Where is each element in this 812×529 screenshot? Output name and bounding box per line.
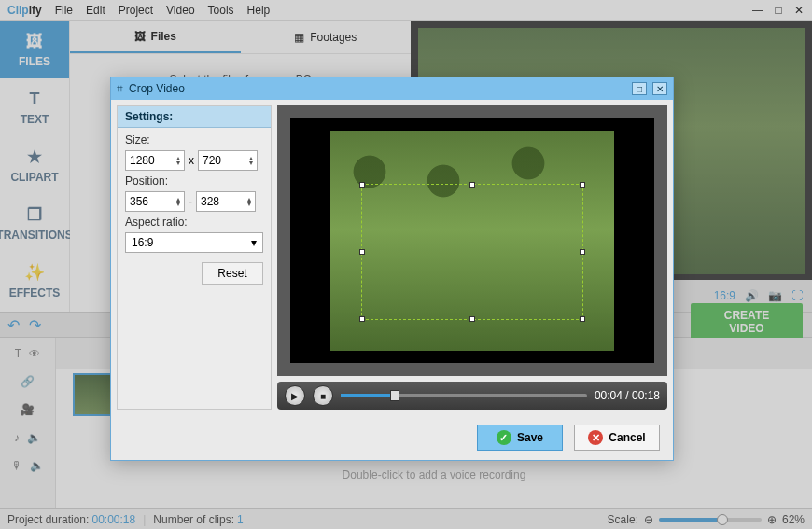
crop-handle-n[interactable]: [469, 182, 475, 188]
time-sep: /: [623, 389, 632, 402]
cancel-label: Cancel: [609, 431, 645, 444]
stop-button[interactable]: ■: [313, 385, 333, 406]
dialog-title: Crop Video: [129, 82, 185, 95]
time-readout: 00:04 / 00:18: [595, 389, 660, 402]
size-width-input[interactable]: 1280▴▾: [125, 150, 185, 171]
crop-preview-column: ▶ ■ 00:04 / 00:18: [277, 105, 667, 410]
dialog-footer: ✓Save ✕Cancel: [111, 415, 673, 460]
settings-header: Settings:: [118, 106, 271, 128]
seek-slider[interactable]: [341, 394, 587, 397]
crop-handle-nw[interactable]: [359, 182, 365, 188]
transport-bar: ▶ ■ 00:04 / 00:18: [277, 382, 667, 410]
check-icon: ✓: [497, 430, 511, 445]
size-height-input[interactable]: 720▴▾: [198, 150, 258, 171]
dialog-maximize-icon[interactable]: □: [632, 82, 647, 95]
crop-handle-ne[interactable]: [580, 182, 585, 188]
crop-stage: [277, 105, 667, 376]
size-width-value: 1280: [130, 154, 155, 167]
crop-handle-s[interactable]: [469, 316, 475, 322]
crop-handle-w[interactable]: [359, 249, 365, 255]
play-button[interactable]: ▶: [285, 385, 305, 406]
spinner-icon[interactable]: ▴▾: [176, 197, 180, 206]
settings-panel: Settings: Size: 1280▴▾ x 720▴▾ Position:…: [117, 105, 272, 410]
crop-stage-inner: [290, 118, 654, 363]
cancel-button[interactable]: ✕Cancel: [574, 425, 660, 451]
reset-button[interactable]: Reset: [202, 262, 263, 285]
time-current: 00:04: [595, 389, 623, 402]
crop-icon: ⌗: [117, 82, 123, 95]
position-y-input[interactable]: 328▴▾: [196, 191, 256, 212]
save-button[interactable]: ✓Save: [477, 425, 563, 451]
dialog-close-icon[interactable]: ✕: [652, 82, 667, 95]
position-x-value: 356: [130, 195, 148, 208]
position-dash: -: [189, 195, 192, 208]
spinner-icon[interactable]: ▴▾: [176, 156, 180, 165]
size-height-value: 720: [203, 154, 221, 167]
aspect-ratio-value: 16:9: [132, 236, 153, 249]
size-x-label: x: [189, 154, 194, 167]
crop-rectangle[interactable]: [361, 184, 582, 320]
size-label: Size:: [125, 133, 263, 146]
position-y-value: 328: [201, 195, 219, 208]
crop-handle-se[interactable]: [580, 316, 585, 322]
dialog-titlebar[interactable]: ⌗ Crop Video □ ✕: [111, 77, 673, 100]
aspect-ratio-select[interactable]: 16:9▾: [125, 232, 263, 253]
dialog-body: Settings: Size: 1280▴▾ x 720▴▾ Position:…: [111, 100, 673, 415]
spinner-icon[interactable]: ▴▾: [249, 156, 253, 165]
save-label: Save: [517, 431, 543, 444]
aspect-ratio-label: Aspect ratio:: [125, 216, 263, 229]
time-total: 00:18: [632, 389, 660, 402]
crop-video-dialog: ⌗ Crop Video □ ✕ Settings: Size: 1280▴▾ …: [110, 77, 674, 461]
video-frame[interactable]: [330, 131, 614, 351]
chevron-down-icon: ▾: [251, 236, 257, 249]
spinner-icon[interactable]: ▴▾: [247, 197, 251, 206]
position-label: Position:: [125, 174, 263, 188]
position-x-input[interactable]: 356▴▾: [125, 191, 185, 212]
crop-handle-e[interactable]: [580, 249, 585, 255]
crop-handle-sw[interactable]: [359, 316, 365, 322]
x-icon: ✕: [588, 430, 603, 445]
